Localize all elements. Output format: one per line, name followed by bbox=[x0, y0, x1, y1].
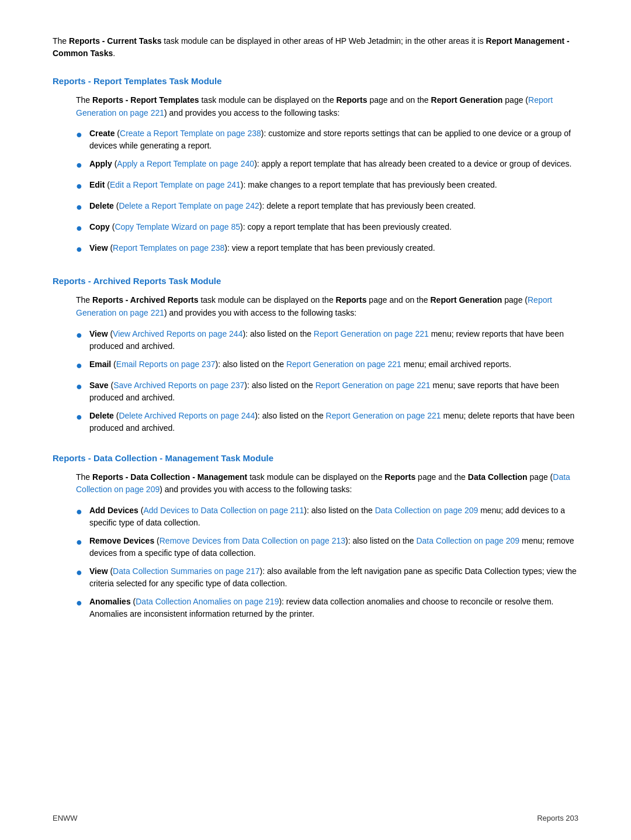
list-item: ● View (Report Templates on page 238): v… bbox=[76, 242, 578, 257]
link-data-collection-remove[interactable]: Data Collection on page 209 bbox=[416, 536, 519, 545]
bullet-icon: ● bbox=[76, 379, 82, 395]
section-title-data-collection: Reports - Data Collection - Management T… bbox=[53, 453, 578, 463]
bullet-icon: ● bbox=[76, 595, 82, 611]
section-report-templates: Reports - Report Templates Task Module T… bbox=[53, 76, 578, 257]
link-report-gen-delete[interactable]: Report Generation on page 221 bbox=[326, 411, 441, 420]
link-data-collection-summaries[interactable]: Data Collection Summaries on page 217 bbox=[113, 566, 259, 576]
list-item: ● Email (Email Reports on page 237): als… bbox=[76, 358, 578, 374]
bold-archived-reports: Reports - Archived Reports bbox=[92, 295, 199, 305]
bullet-icon: ● bbox=[76, 327, 82, 343]
bullet-icon: ● bbox=[76, 504, 82, 520]
link-edit-template[interactable]: Edit a Report Template on page 241 bbox=[110, 180, 241, 189]
bullet-icon: ● bbox=[76, 127, 82, 143]
item-content: Email (Email Reports on page 237): also … bbox=[89, 358, 578, 371]
item-content: Add Devices (Add Devices to Data Collect… bbox=[89, 504, 578, 529]
bullet-icon: ● bbox=[76, 534, 82, 550]
link-view-templates[interactable]: Report Templates on page 238 bbox=[113, 243, 224, 253]
list-item: ● Edit (Edit a Report Template on page 2… bbox=[76, 179, 578, 194]
intro-bold1: Reports - Current Tasks bbox=[69, 36, 161, 46]
bold-data-collection-page: Data Collection bbox=[468, 472, 528, 482]
link-view-archived[interactable]: View Archived Reports on page 244 bbox=[113, 329, 242, 338]
item-content: Anomalies (Data Collection Anomalies on … bbox=[89, 596, 578, 620]
footer-left: ENWW bbox=[53, 814, 78, 822]
item-content: Delete (Delete a Report Template on page… bbox=[89, 200, 578, 212]
list-item: ● Apply (Apply a Report Template on page… bbox=[76, 158, 578, 173]
bullet-icon: ● bbox=[76, 157, 82, 173]
bold-report-generation: Report Generation bbox=[431, 95, 503, 105]
section-archived-reports: Reports - Archived Reports Task Module T… bbox=[53, 276, 578, 434]
section-body-data-collection: The Reports - Data Collection - Manageme… bbox=[53, 471, 578, 620]
intro-text2: task module can be displayed in other ar… bbox=[161, 36, 486, 46]
section-intro-report-templates: The Reports - Report Templates task modu… bbox=[76, 94, 578, 119]
item-content: Copy (Copy Template Wizard on page 85): … bbox=[89, 221, 578, 233]
list-item: ● View (View Archived Reports on page 24… bbox=[76, 328, 578, 352]
bold-report-templates: Reports - Report Templates bbox=[92, 95, 199, 105]
list-item: ● Create (Create a Report Template on pa… bbox=[76, 127, 578, 152]
section-body-report-templates: The Reports - Report Templates task modu… bbox=[53, 94, 578, 257]
link-create-template[interactable]: Create a Report Template on page 238 bbox=[120, 129, 261, 138]
list-data-collection: ● Add Devices (Add Devices to Data Colle… bbox=[76, 504, 578, 620]
bullet-icon: ● bbox=[76, 199, 82, 215]
link-data-collection-anomalies[interactable]: Data Collection Anomalies on page 219 bbox=[136, 597, 279, 606]
section-title-report-templates: Reports - Report Templates Task Module bbox=[53, 76, 578, 86]
item-content: View (View Archived Reports on page 244)… bbox=[89, 328, 578, 352]
item-content: Edit (Edit a Report Template on page 241… bbox=[89, 179, 578, 191]
item-content: Apply (Apply a Report Template on page 2… bbox=[89, 158, 578, 170]
link-report-gen-email[interactable]: Report Generation on page 221 bbox=[286, 359, 401, 369]
link-add-devices[interactable]: Add Devices to Data Collection on page 2… bbox=[143, 506, 304, 515]
page-footer: ENWW Reports 203 bbox=[53, 814, 578, 822]
item-content: View (Data Collection Summaries on page … bbox=[89, 565, 578, 590]
bold-data-collection-mgmt: Reports - Data Collection - Management bbox=[92, 472, 247, 482]
link-delete-archived[interactable]: Delete Archived Reports on page 244 bbox=[119, 411, 255, 420]
item-content: Delete (Delete Archived Reports on page … bbox=[89, 410, 578, 434]
bullet-icon: ● bbox=[76, 358, 82, 374]
page: The Reports - Current Tasks task module … bbox=[0, 0, 631, 686]
item-content: Save (Save Archived Reports on page 237)… bbox=[89, 379, 578, 404]
list-item: ● Delete (Delete Archived Reports on pag… bbox=[76, 410, 578, 434]
link-report-gen-view[interactable]: Report Generation on page 221 bbox=[314, 329, 429, 338]
bold-reports-page-3: Reports bbox=[384, 472, 415, 482]
intro-text3: . bbox=[113, 49, 115, 58]
list-report-templates: ● Create (Create a Report Template on pa… bbox=[76, 127, 578, 257]
list-item: ● Save (Save Archived Reports on page 23… bbox=[76, 379, 578, 404]
section-data-collection: Reports - Data Collection - Management T… bbox=[53, 453, 578, 620]
list-item: ● Add Devices (Add Devices to Data Colle… bbox=[76, 504, 578, 529]
section-body-archived-reports: The Reports - Archived Reports task modu… bbox=[53, 294, 578, 434]
link-apply-template[interactable]: Apply a Report Template on page 240 bbox=[117, 159, 254, 168]
link-data-collection-add[interactable]: Data Collection on page 209 bbox=[375, 506, 479, 515]
list-item: ● View (Data Collection Summaries on pag… bbox=[76, 565, 578, 590]
bullet-icon: ● bbox=[76, 241, 82, 257]
link-remove-devices[interactable]: Remove Devices from Data Collection on p… bbox=[160, 536, 345, 545]
link-delete-template[interactable]: Delete a Report Template on page 242 bbox=[119, 201, 259, 210]
section-intro-data-collection: The Reports - Data Collection - Manageme… bbox=[76, 471, 578, 496]
bullet-icon: ● bbox=[76, 409, 82, 425]
link-email-reports[interactable]: Email Reports on page 237 bbox=[116, 359, 216, 369]
link-save-archived[interactable]: Save Archived Reports on page 237 bbox=[113, 381, 244, 390]
link-report-gen-save[interactable]: Report Generation on page 221 bbox=[316, 381, 431, 390]
bullet-icon: ● bbox=[76, 220, 82, 236]
bold-reports-page-2: Reports bbox=[336, 295, 367, 305]
link-copy-template[interactable]: Copy Template Wizard on page 85 bbox=[115, 222, 240, 231]
bold-reports-page: Reports bbox=[337, 95, 367, 105]
list-item: ● Copy (Copy Template Wizard on page 85)… bbox=[76, 221, 578, 236]
item-content: Create (Create a Report Template on page… bbox=[89, 127, 578, 152]
footer-right: Reports 203 bbox=[537, 814, 578, 822]
list-archived-reports: ● View (View Archived Reports on page 24… bbox=[76, 328, 578, 434]
item-content: Remove Devices (Remove Devices from Data… bbox=[89, 535, 578, 559]
list-item: ● Delete (Delete a Report Template on pa… bbox=[76, 200, 578, 215]
section-title-archived-reports: Reports - Archived Reports Task Module bbox=[53, 276, 578, 286]
list-item: ● Anomalies (Data Collection Anomalies o… bbox=[76, 596, 578, 620]
list-item: ● Remove Devices (Remove Devices from Da… bbox=[76, 535, 578, 559]
item-content: View (Report Templates on page 238): vie… bbox=[89, 242, 578, 254]
intro-paragraph: The Reports - Current Tasks task module … bbox=[53, 35, 578, 60]
bold-report-generation-2: Report Generation bbox=[430, 295, 502, 305]
bullet-icon: ● bbox=[76, 178, 82, 194]
intro-text1: The bbox=[53, 36, 69, 46]
bullet-icon: ● bbox=[76, 565, 82, 580]
section-intro-archived-reports: The Reports - Archived Reports task modu… bbox=[76, 294, 578, 319]
